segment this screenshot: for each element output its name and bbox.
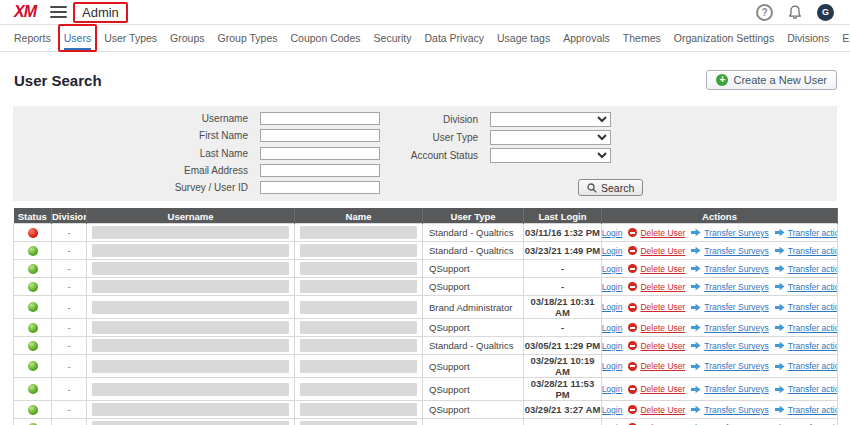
transfer-surveys-arrow-icon <box>691 362 701 371</box>
delete-user-link[interactable]: Delete User <box>640 384 685 394</box>
tab-usage-tags[interactable]: Usage tags <box>497 25 550 51</box>
status-icon <box>28 302 38 312</box>
transfer-actions-link[interactable]: Transfer actions <box>788 384 838 394</box>
delete-user-link[interactable]: Delete User <box>640 341 685 351</box>
delete-user-link[interactable]: Delete User <box>640 302 685 312</box>
user-type-select[interactable] <box>490 130 611 145</box>
division-link[interactable]: - <box>67 245 70 256</box>
form-select-fields: Division User Type Account Status <box>343 110 611 164</box>
hamburger-menu-icon[interactable] <box>50 6 67 18</box>
col-header-status: Status <box>14 209 52 224</box>
login-link[interactable]: Login <box>602 228 623 238</box>
transfer-surveys-link[interactable]: Transfer Surveys <box>704 264 768 274</box>
delete-user-link[interactable]: Delete User <box>640 405 685 415</box>
delete-user-icon <box>628 405 637 414</box>
transfer-surveys-link[interactable]: Transfer Surveys <box>704 302 768 312</box>
transfer-actions-link[interactable]: Transfer actions <box>788 282 838 292</box>
tab-user-types[interactable]: User Types <box>104 25 157 51</box>
help-icon[interactable]: ? <box>756 4 773 21</box>
division-link[interactable]: - <box>67 263 70 274</box>
login-link[interactable]: Login <box>602 323 623 333</box>
transfer-actions-link[interactable]: Transfer actions <box>788 302 838 312</box>
field-label: Email Address <box>13 165 260 176</box>
transfer-actions-link[interactable]: Transfer actions <box>788 361 838 371</box>
division-link[interactable]: - <box>67 227 70 238</box>
delete-user-link[interactable]: Delete User <box>640 228 685 238</box>
username-redacted <box>92 262 289 275</box>
login-link[interactable]: Login <box>602 264 623 274</box>
delete-user-link[interactable]: Delete User <box>640 246 685 256</box>
xm-logo: XM <box>14 3 36 21</box>
transfer-surveys-link[interactable]: Transfer Surveys <box>704 341 768 351</box>
delete-user-icon <box>628 264 637 273</box>
delete-user-icon <box>628 323 637 332</box>
user-type-cell: Standard - Qualtrics <box>423 337 524 355</box>
search-button[interactable]: Search <box>578 179 643 196</box>
delete-user-link[interactable]: Delete User <box>640 361 685 371</box>
name-redacted <box>300 403 417 416</box>
last-login-cell: - <box>524 319 602 337</box>
delete-user-link[interactable]: Delete User <box>640 264 685 274</box>
tab-group-types[interactable]: Group Types <box>218 25 278 51</box>
division-link[interactable]: - <box>67 281 70 292</box>
tab-reports[interactable]: Reports <box>14 25 51 51</box>
transfer-actions-link[interactable]: Transfer actions <box>788 228 838 238</box>
transfer-surveys-link[interactable]: Transfer Surveys <box>704 384 768 394</box>
transfer-surveys-link[interactable]: Transfer Surveys <box>704 246 768 256</box>
topbar: XM Admin ? G <box>0 0 850 25</box>
transfer-actions-link[interactable]: Transfer actions <box>788 323 838 333</box>
transfer-surveys-link[interactable]: Transfer Surveys <box>704 282 768 292</box>
tab-users[interactable]: Users <box>64 25 91 51</box>
name-redacted <box>300 301 417 314</box>
tab-organization-settings[interactable]: Organization Settings <box>674 25 774 51</box>
transfer-actions-link[interactable]: Transfer actions <box>788 405 838 415</box>
search-form: Username First Name Last Name Email Addr… <box>13 106 837 201</box>
tab-divisions[interactable]: Divisions <box>787 25 829 51</box>
division-link[interactable]: - <box>67 322 70 333</box>
login-link[interactable]: Login <box>602 361 623 371</box>
tab-approvals[interactable]: Approvals <box>563 25 610 51</box>
transfer-actions-link[interactable]: Transfer actions <box>788 264 838 274</box>
transfer-actions-link[interactable]: Transfer actions <box>788 246 838 256</box>
account-status-select[interactable] <box>490 148 611 163</box>
tab-extensions[interactable]: Extensions <box>842 25 850 51</box>
tab-groups[interactable]: Groups <box>170 25 204 51</box>
delete-user-link[interactable]: Delete User <box>640 282 685 292</box>
create-new-user-button[interactable]: + Create a New User <box>706 70 837 90</box>
form-row: Last Name <box>13 145 380 162</box>
status-icon <box>28 405 38 415</box>
login-link[interactable]: Login <box>602 405 623 415</box>
login-link[interactable]: Login <box>602 341 623 351</box>
login-link[interactable]: Login <box>602 282 623 292</box>
transfer-surveys-arrow-icon <box>691 282 701 291</box>
transfer-surveys-link[interactable]: Transfer Surveys <box>704 228 768 238</box>
survey-user-id-input[interactable] <box>260 181 380 194</box>
division-link[interactable]: - <box>67 404 70 415</box>
tab-coupon-codes[interactable]: Coupon Codes <box>290 25 360 51</box>
notifications-bell-icon[interactable] <box>788 5 802 20</box>
division-link[interactable]: - <box>67 302 70 313</box>
tab-security[interactable]: Security <box>374 25 412 51</box>
tab-data-privacy[interactable]: Data Privacy <box>424 25 484 51</box>
col-header-last-login: Last Login <box>524 209 602 224</box>
avatar[interactable]: G <box>817 4 834 21</box>
division-link[interactable]: - <box>67 361 70 372</box>
delete-user-link[interactable]: Delete User <box>640 323 685 333</box>
name-redacted <box>300 383 417 396</box>
transfer-surveys-link[interactable]: Transfer Surveys <box>704 361 768 371</box>
status-icon <box>28 264 38 274</box>
division-link[interactable]: - <box>67 384 70 395</box>
login-link[interactable]: Login <box>602 384 623 394</box>
email-address-input[interactable] <box>260 164 380 177</box>
form-row: First Name <box>13 127 380 144</box>
delete-user-icon <box>628 341 637 350</box>
login-link[interactable]: Login <box>602 302 623 312</box>
division-link[interactable]: - <box>67 340 70 351</box>
division-select[interactable] <box>490 112 611 127</box>
login-link[interactable]: Login <box>602 246 623 256</box>
transfer-surveys-link[interactable]: Transfer Surveys <box>704 405 768 415</box>
tab-themes[interactable]: Themes <box>623 25 661 51</box>
table-row: - QSupport 03/29/21 3:27 AM Login Delete… <box>14 401 838 419</box>
transfer-surveys-link[interactable]: Transfer Surveys <box>704 323 768 333</box>
transfer-actions-link[interactable]: Transfer actions <box>788 341 838 351</box>
